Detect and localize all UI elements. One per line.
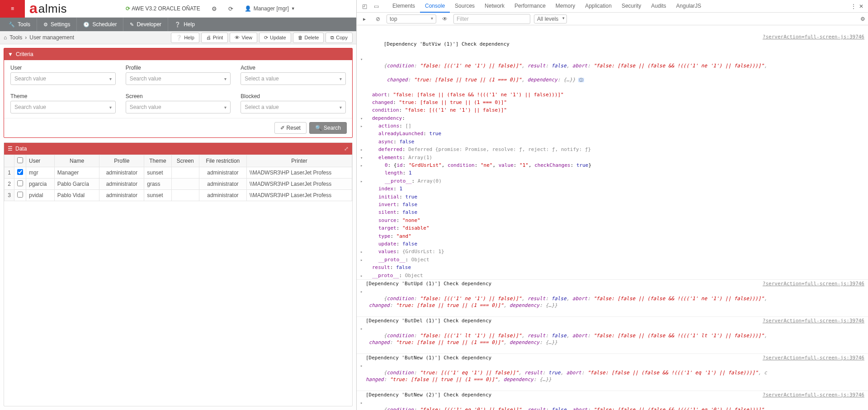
gear-icon[interactable]: ⚙ [212,5,217,12]
sidebar-toggle-icon[interactable]: ▸ [359,14,369,24]
print-icon: 🖨 [206,35,211,40]
field-profile: Profile Search value [126,65,231,85]
help-button[interactable]: ❔Help [171,33,199,43]
menu-toggle[interactable]: ≡ [0,0,25,18]
update-button[interactable]: ⟳Update [259,33,291,43]
col-theme[interactable]: Theme [144,155,171,167]
log-prop[interactable]: 0: {id: "GrdUsrLst", condition: "ne", va… [357,161,868,169]
active-dropdown[interactable]: Select a value [241,72,346,85]
reset-button[interactable]: ✐Reset [274,122,307,134]
more-icon[interactable]: ⋮ [851,3,856,9]
source-link[interactable]: ?serverAction=full-screen-js:39746 [758,33,864,40]
row-checkbox-cell[interactable] [14,190,26,201]
cell-printer: \\MADWSR3\HP LaserJet Profess [247,179,352,190]
source-link[interactable]: ?serverAction=full-screen-js:39746 [758,391,864,398]
devtools-tab-audits[interactable]: Audits [646,0,671,13]
pencil-icon: ✎ [130,22,134,28]
log-prop[interactable]: dependency: [357,114,868,122]
log-entry[interactable]: {condition: "false: [(('1' eq '0') || fa… [357,399,868,410]
devtools-tab-security[interactable]: Security [617,0,646,13]
table-row[interactable]: 2pgarciaPablo Garcíaadministratorgrassad… [5,179,352,190]
chevron-down-icon: ▼ [291,6,295,11]
devtools-tab-application[interactable]: Application [580,0,617,13]
table-row[interactable]: 3pvidalPablo Vidaladministratorsunsetadm… [5,190,352,201]
source-link[interactable]: ?serverAction=full-screen-js:39746 [758,280,864,287]
source-link[interactable]: ?serverAction=full-screen-js:39746 [758,317,864,324]
menu-help[interactable]: ❔Help [168,18,201,31]
check-all[interactable] [17,157,23,163]
device-icon[interactable]: ▭ [371,1,381,11]
log-entry[interactable]: {condition: "false: [(('1' lt '1') || fa… [357,325,868,354]
log-prop[interactable]: __proto__: Object [357,272,868,280]
menu-settings[interactable]: ⚙Settings [37,18,77,31]
col-user[interactable]: User [26,155,55,167]
refresh-icon[interactable]: ⟳ [228,5,233,12]
devtools-tab-sources[interactable]: Sources [450,0,480,13]
log-prop[interactable]: __proto__: Array(0) [357,177,868,185]
view-button[interactable]: 👁View [230,33,257,43]
profile-dropdown[interactable]: Search value [126,72,231,85]
blocked-dropdown[interactable]: Select a value [241,101,346,113]
log-entry[interactable]: {condition: "true: [(('1' eq '1') || fal… [357,362,868,391]
cell-file-restriction: administrator [199,167,246,179]
menu-tools[interactable]: 🔧Tools [2,18,37,31]
levels-select[interactable]: All levels [534,14,567,24]
criteria-panel-header[interactable]: ▼ Criteria [4,48,352,60]
log-entry[interactable]: {condition: "false: [(('1' ne '1') || fa… [357,55,868,91]
console-settings-icon[interactable]: ⚙ [860,16,865,22]
devtools-tab-elements[interactable]: Elements [387,0,420,13]
col-screen[interactable]: Screen [171,155,199,167]
col-printer[interactable]: Printer [247,155,352,167]
col-check[interactable] [14,155,26,167]
filter-input[interactable]: Filter [453,14,530,24]
inspect-icon[interactable]: ◰ [359,1,369,11]
devtools-tab-angularjs[interactable]: AngularJS [671,0,706,13]
eraser-icon: ✐ [280,125,285,131]
console-output[interactable]: ?serverAction=full-screen-js:39746 [Depe… [357,25,868,410]
close-icon[interactable]: ✕ [859,3,863,9]
clear-console-icon[interactable]: ⊘ [373,14,383,24]
delete-button[interactable]: 🗑Delete [293,33,324,43]
breadcrumb-level1[interactable]: Tools [9,34,22,41]
user-dropdown[interactable]: Search value [10,72,116,85]
user-menu[interactable]: 👤 Manager [mgr] ▼ [245,5,302,12]
log-prop[interactable]: elements: Array(1) [357,154,868,161]
devtools-tab-network[interactable]: Network [480,0,509,13]
menu-scheduler[interactable]: 🕑Scheduler [77,18,123,31]
copy-button[interactable]: ⧉Copy [326,33,353,43]
row-checkbox-cell[interactable] [14,167,26,179]
filter-icon: ▼ [8,51,13,57]
live-expression-icon[interactable]: 👁 [440,14,450,24]
context-select[interactable]: top [387,14,436,24]
source-link[interactable]: ?serverAction=full-screen-js:39746 [758,354,864,361]
data-panel-header[interactable]: ☰ Data ⤢ [4,143,352,155]
screen-dropdown[interactable]: Search value [126,101,231,113]
devtools-tab-performance[interactable]: Performance [509,0,551,13]
search-button[interactable]: 🔍Search [309,122,347,134]
row-checkbox[interactable] [17,180,23,186]
home-icon[interactable]: ⌂ [4,34,7,41]
print-button[interactable]: 🖨Print [201,33,228,43]
env-label: ⟳AWE V3.2 ORACLE OÑATE [126,5,200,12]
log-prop[interactable]: __proto__: Object [357,256,868,264]
col-name[interactable]: Name [54,155,99,167]
menu-developer[interactable]: ✎Developer [123,18,168,31]
col-file-restriction[interactable]: File restriction [199,155,246,167]
log-entry[interactable]: {condition: "false: [(('1' ne '1') || fa… [357,287,868,317]
copy-icon: ⧉ [330,35,334,41]
log-prop[interactable]: deferred: Deferred {promise: Promise, re… [357,146,868,153]
log-entry: ?serverAction=full-screen-js:39746[Depen… [357,280,868,287]
cell-name: Pablo García [54,179,99,190]
row-checkbox[interactable] [17,192,23,198]
row-checkbox-cell[interactable] [14,179,26,190]
expand-icon[interactable]: ⤢ [344,146,349,152]
row-checkbox[interactable] [17,169,23,175]
log-prop[interactable]: actions: [] [357,122,868,130]
log-prop[interactable]: values: {GrdUsrLst: 1} [357,248,868,255]
field-blocked: Blocked Select a value [241,93,346,113]
col-profile[interactable]: Profile [99,155,144,167]
devtools-tab-console[interactable]: Console [420,0,450,13]
devtools-tab-memory[interactable]: Memory [551,0,580,13]
theme-dropdown[interactable]: Search value [10,101,116,113]
table-row[interactable]: 1mgrManageradministratorsunsetadministra… [5,167,352,179]
